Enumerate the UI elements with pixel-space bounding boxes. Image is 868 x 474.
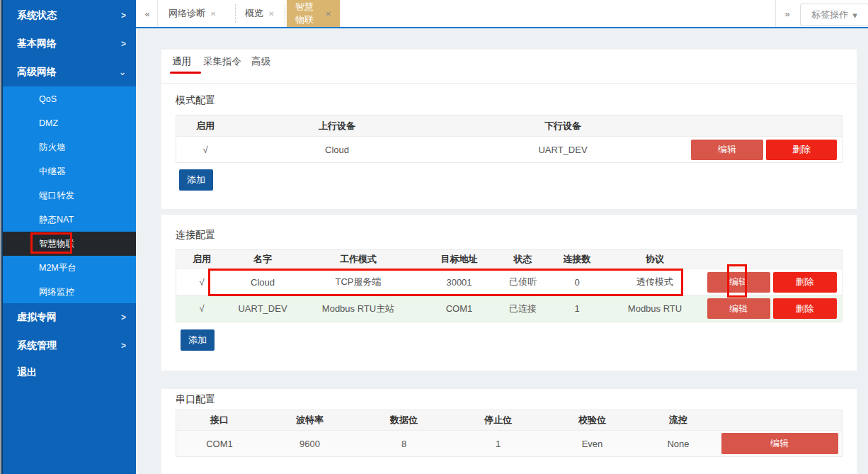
sidebar-item-label: 防火墙 [39, 142, 66, 154]
section-title-mode-config: 模式配置 [176, 94, 215, 107]
cell-baudrate: 9600 [263, 439, 357, 449]
serial-panel: 串口配置 接口 波特率 数据位 停止位 校验位 流控 COM1 9600 8 1… [161, 389, 857, 474]
cell-flowctrl: None [639, 439, 717, 449]
add-button[interactable]: 添加 [181, 329, 215, 351]
col-header-baudrate: 波特率 [263, 414, 357, 427]
cell-status: 已侦听 [500, 276, 546, 288]
tab-label: 网络诊断 [169, 7, 205, 20]
sidebar-item-logout[interactable]: 退出 [0, 359, 136, 387]
table-row: √ Cloud UART_DEV 编辑 删除 [176, 136, 842, 162]
sidebar-item-system-status[interactable]: 系统状态 > [0, 1, 136, 30]
close-icon[interactable]: ✕ [268, 10, 274, 18]
tab-label: 智慧物联 [295, 1, 321, 26]
edit-button[interactable]: 编辑 [721, 433, 838, 454]
cell-name: UART_DEV [227, 303, 298, 314]
cell-work-mode: TCP服务端 [298, 276, 418, 288]
cell-name: Cloud [227, 277, 298, 288]
sidebar-item-basic-network[interactable]: 基本网络 > [0, 30, 136, 58]
col-header-upstream: 上行设备 [234, 120, 440, 132]
tab-overview[interactable]: 概览 ✕ [236, 0, 283, 27]
tab-general[interactable]: 通用 [172, 55, 191, 72]
sidebar-item-vpn[interactable]: 虚拟专网 > [0, 303, 136, 332]
sidebar-item-label: 网络监控 [39, 286, 74, 298]
cell-stopbits: 1 [451, 439, 545, 449]
section-title-connection-config: 连接配置 [176, 229, 215, 242]
sidebar-item-label: 虚拟专网 [17, 311, 121, 324]
add-button[interactable]: 添加 [179, 169, 213, 191]
tab-network-diagnosis[interactable]: 网络诊断 ✕ [160, 0, 234, 27]
cell-status: 已连接 [500, 303, 546, 315]
cell-databits: 8 [357, 439, 451, 449]
col-header-work-mode: 工作模式 [298, 253, 418, 266]
cell-conn-count: 1 [546, 303, 608, 314]
connection-panel: 连接配置 启用 名字 工作模式 目标地址 状态 连接数 协议 √ Cloud T… [161, 215, 857, 371]
scroll-tabs-left-icon[interactable]: « [137, 0, 157, 27]
delete-button[interactable]: 删除 [773, 298, 837, 319]
col-header-protocol: 协议 [608, 253, 702, 266]
cell-upstream: Cloud [234, 145, 440, 155]
close-icon[interactable]: ✕ [326, 10, 331, 18]
separator [235, 4, 236, 23]
content-tabs: 通用 采集指令 高级 [161, 50, 857, 84]
chevron-right-icon: > [121, 312, 126, 322]
col-header-name: 名字 [227, 253, 298, 266]
chevron-right-icon: > [121, 340, 126, 351]
sidebar-item-label: 退出 [17, 366, 126, 379]
scroll-tabs-right-icon[interactable]: » [777, 0, 798, 27]
sidebar-item-port-forward[interactable]: 端口转发 [0, 184, 136, 208]
chevron-right-icon: > [121, 10, 126, 21]
tag-operations-dropdown[interactable]: 标签操作 ▾ [800, 4, 868, 26]
tab-label: 概览 [245, 7, 263, 20]
col-header-databits: 数据位 [357, 414, 451, 427]
col-header-downstream: 下行设备 [440, 120, 686, 132]
sidebar-item-network-monitor[interactable]: 网络监控 [0, 280, 136, 304]
table-header-row: 启用 上行设备 下行设备 [176, 115, 842, 136]
tab-smart-iot[interactable]: 智慧物联 ✕ [287, 0, 340, 27]
sidebar-item-smart-iot[interactable]: 智慧物联 [0, 232, 136, 256]
cell-actions: 编辑 删除 [702, 298, 842, 319]
sidebar-item-repeater[interactable]: 中继器 [0, 159, 136, 184]
active-tab-underline [170, 72, 201, 74]
col-header-conn-count: 连接数 [546, 253, 608, 266]
cell-enabled: √ [176, 145, 234, 155]
sidebar-item-label: QoS [39, 94, 57, 104]
separator [285, 4, 285, 23]
sidebar-item-label: 端口转发 [39, 190, 74, 202]
col-header-parity: 校验位 [545, 414, 639, 427]
sidebar-item-label: 静态NAT [39, 214, 74, 226]
separator [775, 0, 776, 27]
mode-config-table: 启用 上行设备 下行设备 √ Cloud UART_DEV 编辑 删除 [176, 115, 843, 163]
col-header-interface: 接口 [176, 414, 263, 427]
table-row-cloud: √ Cloud TCP服务端 30001 已侦听 0 透传模式 编辑 删除 [176, 269, 842, 295]
sidebar: 系统状态 > 基本网络 > 高级网络 ⌄ QoS DMZ 防火墙 中继器 端口转… [0, 0, 136, 474]
serial-config-table: 接口 波特率 数据位 停止位 校验位 流控 COM1 9600 8 1 Even… [176, 410, 843, 457]
cell-enabled: √ [176, 277, 227, 288]
section-title-serial-config: 串口配置 [176, 393, 215, 406]
sidebar-item-qos[interactable]: QoS [0, 87, 136, 111]
tab-advanced[interactable]: 高级 [251, 55, 270, 72]
cell-protocol: Modbus RTU [608, 303, 702, 314]
table-row-uart-dev: √ UART_DEV Modbus RTU主站 COM1 已连接 1 Modbu… [176, 295, 842, 322]
sidebar-item-system-admin[interactable]: 系统管理 > [0, 332, 136, 360]
col-header-enabled: 启用 [176, 120, 234, 132]
edit-button[interactable]: 编辑 [707, 298, 770, 319]
cell-actions: 编辑 [717, 433, 842, 454]
col-header-flowctrl: 流控 [639, 414, 717, 427]
cell-parity: Even [545, 439, 639, 449]
delete-button[interactable]: 删除 [766, 140, 837, 160]
cell-work-mode: Modbus RTU主站 [298, 303, 418, 315]
sidebar-item-static-nat[interactable]: 静态NAT [0, 208, 136, 232]
sidebar-item-firewall[interactable]: 防火墙 [0, 135, 136, 159]
cell-downstream: UART_DEV [440, 145, 686, 155]
edit-button[interactable]: 编辑 [707, 272, 770, 293]
tab-collect-commands[interactable]: 采集指令 [203, 55, 241, 72]
cell-interface: COM1 [176, 439, 263, 449]
delete-button[interactable]: 删除 [773, 272, 837, 293]
sidebar-item-advanced-network[interactable]: 高级网络 ⌄ [0, 58, 136, 86]
col-header-status: 状态 [500, 253, 546, 266]
sidebar-item-m2m-platform[interactable]: M2M平台 [0, 256, 136, 280]
edit-button[interactable]: 编辑 [691, 140, 763, 160]
general-panel: 通用 采集指令 高级 模式配置 启用 上行设备 下行设备 √ Cloud UAR… [161, 50, 857, 209]
close-icon[interactable]: ✕ [210, 10, 216, 18]
sidebar-item-dmz[interactable]: DMZ [0, 111, 136, 135]
